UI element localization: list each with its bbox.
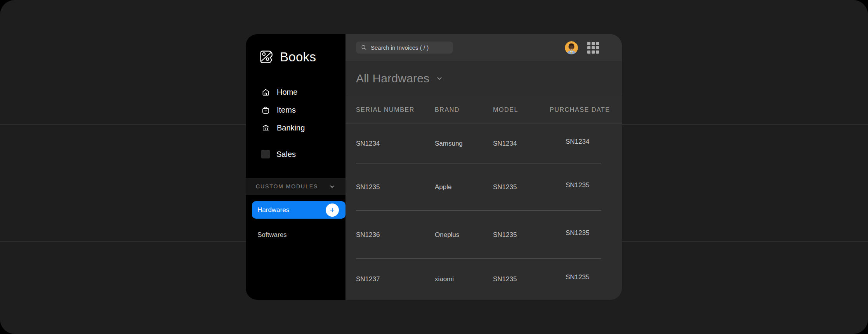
page-title[interactable]: All Hardwares bbox=[356, 72, 429, 85]
page-background: Books Home Items bbox=[0, 0, 868, 334]
view-title-bar: All Hardwares bbox=[345, 61, 622, 96]
table-row[interactable]: SN1236 Oneplus SN1235 SN1235 bbox=[345, 211, 622, 259]
topbar bbox=[345, 34, 622, 61]
grid-dot bbox=[587, 46, 590, 49]
cell-brand: Apple bbox=[435, 183, 493, 191]
grid-dot bbox=[587, 50, 590, 54]
cell-serial-number: SN1236 bbox=[356, 231, 435, 239]
custom-modules-label: CUSTOM MODULES bbox=[256, 183, 318, 190]
custom-modules-header[interactable]: CUSTOM MODULES bbox=[246, 178, 345, 195]
chevron-down-icon[interactable] bbox=[329, 183, 335, 190]
search-input[interactable] bbox=[371, 44, 448, 51]
table-row[interactable]: SN1235 Apple SN1235 SN1235 bbox=[345, 164, 622, 211]
table-row[interactable]: SN1234 Samsung SN1234 SN1234 bbox=[345, 124, 622, 164]
table-body: SN1234 Samsung SN1234 SN1234 SN1235 Appl… bbox=[345, 124, 622, 300]
grid-dot bbox=[592, 50, 595, 54]
column-header-brand[interactable]: BRAND bbox=[435, 106, 493, 113]
chevron-down-icon bbox=[436, 75, 443, 82]
books-logo-icon bbox=[259, 49, 274, 65]
cell-purchase-date: SN1235 bbox=[550, 181, 622, 189]
main-panel: All Hardwares SERIAL NUMBER BRAND MODEL … bbox=[345, 34, 622, 300]
sidebar-item-label: Home bbox=[277, 88, 297, 97]
sidebar-item-label: Items bbox=[277, 106, 296, 115]
brand-name: Books bbox=[280, 50, 316, 64]
cell-purchase-date: SN1235 bbox=[550, 273, 622, 281]
column-header-purchase-date[interactable]: PURCHASE DATE bbox=[550, 106, 622, 113]
sidebar: Books Home Items bbox=[246, 34, 345, 300]
add-hardware-button[interactable] bbox=[326, 204, 339, 217]
cell-purchase-date: SN1234 bbox=[550, 138, 622, 146]
user-avatar[interactable] bbox=[565, 41, 578, 54]
grid-dot bbox=[596, 50, 599, 54]
cell-brand: Samsung bbox=[435, 140, 493, 148]
column-header-serial-number[interactable]: SERIAL NUMBER bbox=[356, 106, 435, 113]
cell-serial-number: SN1235 bbox=[356, 183, 435, 191]
sidebar-item-items[interactable]: Items bbox=[261, 101, 342, 119]
sidebar-item-hardwares-active[interactable]: Hardwares bbox=[252, 201, 345, 219]
module-label: Softwares bbox=[257, 231, 287, 239]
sidebar-item-sales[interactable]: Sales bbox=[261, 145, 342, 163]
sidebar-item-label: Sales bbox=[276, 150, 296, 159]
user-avatar-image bbox=[565, 41, 578, 54]
column-header-model[interactable]: MODEL bbox=[493, 106, 550, 113]
cell-model: SN1235 bbox=[493, 275, 550, 283]
cell-model: SN1235 bbox=[493, 183, 550, 191]
sidebar-nav: Home Items Banking bbox=[261, 83, 342, 163]
placeholder-icon bbox=[261, 150, 270, 158]
apps-grid-icon[interactable] bbox=[587, 42, 599, 54]
cell-purchase-date: SN1235 bbox=[550, 229, 622, 237]
books-app-window: Books Home Items bbox=[246, 34, 622, 300]
topbar-actions bbox=[565, 41, 599, 54]
cell-brand: Oneplus bbox=[435, 231, 493, 239]
search-box[interactable] bbox=[356, 42, 453, 54]
sidebar-item-home[interactable]: Home bbox=[261, 83, 342, 101]
table-header-row: SERIAL NUMBER BRAND MODEL PURCHASE DATE bbox=[345, 96, 622, 124]
cell-serial-number: SN1237 bbox=[356, 275, 435, 283]
plus-icon bbox=[329, 207, 335, 213]
items-icon bbox=[261, 106, 270, 115]
table-row[interactable]: SN1237 xiaomi SN1235 SN1235 bbox=[345, 259, 622, 300]
grid-dot bbox=[596, 46, 599, 49]
cell-model: SN1235 bbox=[493, 231, 550, 239]
module-label: Hardwares bbox=[257, 206, 289, 214]
grid-dot bbox=[587, 42, 590, 45]
banking-icon bbox=[261, 124, 270, 132]
cell-brand: xiaomi bbox=[435, 275, 493, 283]
home-icon bbox=[261, 88, 270, 97]
view-switcher[interactable] bbox=[436, 75, 443, 82]
grid-dot bbox=[596, 42, 599, 45]
sidebar-item-banking[interactable]: Banking bbox=[261, 119, 342, 137]
sidebar-item-label: Banking bbox=[277, 124, 305, 132]
sidebar-item-softwares[interactable]: Softwares bbox=[257, 228, 287, 242]
cell-serial-number: SN1234 bbox=[356, 140, 435, 148]
grid-dot bbox=[592, 46, 595, 49]
search-icon bbox=[361, 44, 367, 51]
brand-logo-row[interactable]: Books bbox=[259, 49, 316, 65]
cell-model: SN1234 bbox=[493, 140, 550, 148]
grid-dot bbox=[592, 42, 595, 45]
